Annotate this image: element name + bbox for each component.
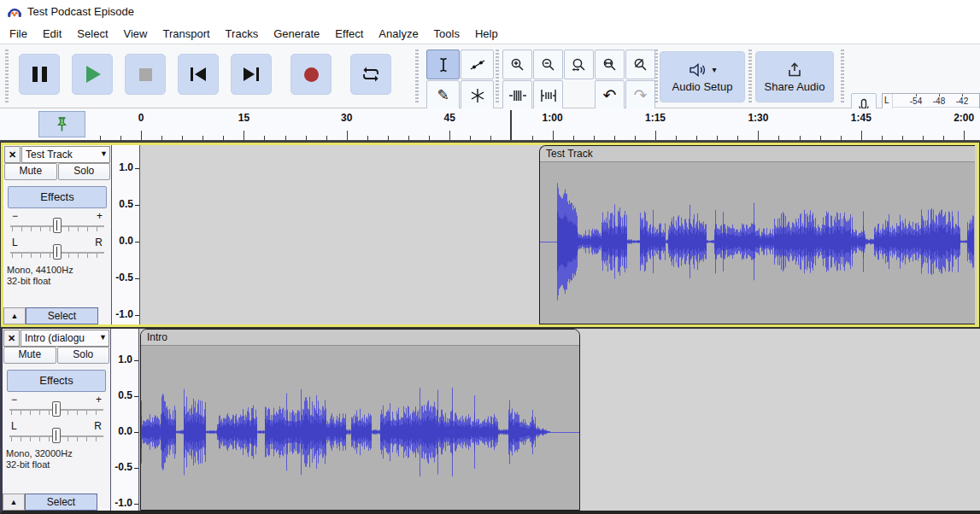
clip-title: Intro — [147, 331, 167, 343]
audio-clip[interactable]: Intro — [140, 329, 580, 511]
toolbar-grip[interactable] — [415, 50, 419, 102]
menu-item-transport[interactable]: Transport — [155, 25, 217, 43]
menu-item-select[interactable]: Select — [69, 25, 115, 43]
ruler-tick — [264, 136, 265, 140]
skip-to-start-button[interactable] — [178, 54, 219, 95]
gain-slider[interactable]: − + — [9, 211, 105, 235]
effects-button[interactable]: Effects — [8, 186, 107, 208]
ruler-time-label: 45 — [444, 112, 455, 124]
speaker-icon — [688, 61, 708, 79]
track-name-button[interactable]: Test Track ▼ — [21, 146, 110, 163]
collapse-track-button[interactable]: ▲ — [3, 307, 26, 324]
ruler-tick — [367, 136, 368, 140]
select-track-button[interactable]: Select — [26, 307, 98, 324]
menu-item-file[interactable]: File — [2, 25, 35, 43]
menu-item-help[interactable]: Help — [467, 25, 506, 43]
record-icon — [304, 67, 319, 82]
redo-button[interactable]: ↷ — [625, 80, 655, 110]
clip-title: Test Track — [546, 148, 593, 160]
effects-button[interactable]: Effects — [7, 370, 106, 392]
scale-label: 0.5 — [118, 389, 132, 401]
track-waveform-area[interactable]: Intro — [139, 329, 980, 511]
loop-button[interactable] — [350, 54, 391, 95]
fit-selection-icon — [572, 57, 587, 73]
ruler-time-label: 30 — [341, 112, 352, 124]
solo-button[interactable]: Solo — [58, 163, 111, 180]
ruler-tick — [161, 136, 162, 140]
envelope-tool-button[interactable] — [461, 50, 494, 79]
track-bitdepth-label: 32-bit float — [7, 276, 108, 287]
undo-button[interactable]: ↶ — [595, 80, 625, 110]
zoom-out-button[interactable] — [533, 50, 563, 79]
pinned-play-head-button[interactable] — [38, 111, 85, 137]
selection-tool-button[interactable] — [426, 50, 460, 79]
fit-selection-button[interactable] — [564, 50, 594, 79]
gain-slider[interactable]: − + — [9, 394, 104, 418]
collapse-track-button[interactable]: ▲ — [3, 494, 25, 511]
ruler-tick — [820, 136, 821, 140]
menu-item-view[interactable]: View — [116, 25, 156, 43]
clip-header[interactable]: Test Track — [540, 146, 975, 162]
draw-tool-button[interactable]: ✎ — [426, 80, 460, 110]
stop-button[interactable] — [125, 54, 166, 95]
track-waveform-area[interactable]: Test Track — [140, 145, 977, 324]
menu-item-edit[interactable]: Edit — [35, 25, 69, 43]
fit-project-button[interactable] — [595, 50, 625, 79]
ruler-time-label: 1:45 — [851, 112, 871, 124]
menu-item-generate[interactable]: Generate — [266, 25, 327, 43]
ruler-tick — [902, 136, 903, 140]
scale-label: 1.0 — [119, 161, 133, 173]
scale-tick — [134, 504, 138, 505]
pan-slider-thumb[interactable] — [53, 244, 62, 260]
toolbar-grip[interactable] — [748, 50, 752, 102]
zoom-in-button[interactable] — [502, 50, 532, 79]
pan-slider[interactable]: L R — [9, 237, 105, 261]
ruler-time-label: 15 — [238, 112, 249, 124]
record-button[interactable] — [290, 54, 332, 95]
ruler-tick — [882, 136, 883, 140]
skip-to-end-button[interactable] — [231, 54, 272, 95]
close-track-button[interactable]: ✕ — [3, 330, 20, 347]
menu-item-tracks[interactable]: Tracks — [218, 25, 267, 43]
solo-button[interactable]: Solo — [57, 347, 110, 364]
pan-slider-thumb[interactable] — [52, 428, 61, 443]
menu-bar: File Edit Select View Transport Tracks G… — [0, 23, 980, 44]
close-track-button[interactable]: ✕ — [4, 146, 21, 163]
zoom-toggle-button[interactable] — [625, 50, 655, 79]
ruler-tick — [429, 136, 430, 140]
mute-button[interactable]: Mute — [4, 163, 57, 180]
ruler-tick — [347, 131, 348, 140]
ruler-time-label: 1:00 — [543, 112, 563, 124]
pan-slider[interactable]: L R — [9, 421, 104, 445]
share-audio-button[interactable]: Share Audio — [755, 51, 834, 102]
ruler-tick — [800, 136, 801, 140]
menu-item-analyze[interactable]: Analyze — [371, 25, 425, 43]
audio-setup-button[interactable]: ▾ Audio Setup — [660, 51, 745, 102]
menu-item-tools[interactable]: Tools — [426, 25, 467, 43]
meter-scale-label: -42 — [956, 96, 968, 106]
play-button[interactable] — [72, 54, 113, 95]
ruler-tick — [841, 136, 842, 140]
zoom-toggle-icon — [633, 57, 648, 73]
select-track-button[interactable]: Select — [25, 494, 97, 511]
trim-audio-button[interactable] — [502, 80, 532, 110]
toolbar-grip[interactable] — [5, 50, 9, 102]
audio-clip[interactable]: Test Track — [539, 145, 975, 324]
timeline-ruler[interactable]: 01530451:001:151:301:452:00 — [0, 108, 980, 142]
ruler-tick — [490, 136, 491, 140]
gain-slider-thumb[interactable] — [52, 401, 61, 417]
undo-icon: ↶ — [603, 87, 617, 103]
toolbar-grip[interactable] — [496, 50, 499, 102]
menu-item-effect[interactable]: Effect — [327, 25, 371, 43]
mute-button[interactable]: Mute — [3, 347, 56, 364]
ruler-tick — [614, 136, 615, 140]
multi-tool-button[interactable] — [461, 80, 494, 110]
track-control-panel: ✕ Intro (dialogu ▼ Mute Solo Effects − + — [3, 329, 111, 511]
toolbar-grip[interactable] — [841, 50, 844, 102]
track-name-button[interactable]: Intro (dialogu ▼ — [21, 330, 109, 347]
draw-tool-icon: ✎ — [437, 86, 449, 104]
pause-button[interactable] — [19, 54, 60, 95]
gain-slider-thumb[interactable] — [53, 218, 62, 233]
clip-header[interactable]: Intro — [141, 330, 579, 346]
silence-audio-button[interactable] — [533, 80, 563, 110]
